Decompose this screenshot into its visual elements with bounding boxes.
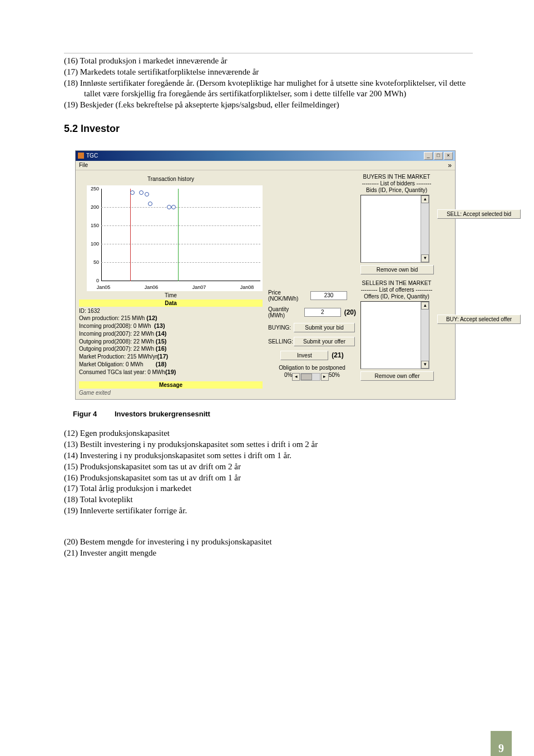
message-text: Game exited [79, 390, 263, 396]
scroll-up-icon[interactable]: ▴ [421, 302, 429, 310]
item-num: (21) [64, 548, 78, 557]
sellers-sub1: --------- List of offerers --------- [360, 287, 433, 293]
message-header: Message [79, 381, 263, 389]
figure-caption: Figur 4 Investors brukergrensesnitt [73, 410, 473, 418]
item-text: Invester angitt mengde [80, 548, 156, 557]
qty-input[interactable] [304, 308, 341, 317]
chart-point [145, 192, 149, 197]
lower-numbered-list-2: (20) Bestem mengde for investering i ny … [64, 537, 473, 559]
vmarker-red [130, 189, 131, 281]
scroll-down-icon[interactable]: ▾ [421, 254, 429, 262]
scroll-down-icon[interactable]: ▾ [421, 361, 429, 369]
slider-right-icon[interactable]: ▸ [321, 373, 329, 381]
figure-number: Figur 4 [73, 410, 97, 418]
menu-bar: File » [76, 161, 455, 170]
minimize-button[interactable]: _ [424, 152, 433, 160]
chart-point [171, 205, 176, 209]
buyers-listbox[interactable]: ▴ ▾ [360, 195, 429, 263]
ytick: 0 [87, 278, 99, 283]
item-num: (18) [64, 78, 78, 87]
xtick: Jan08 [236, 284, 258, 290]
data-row: ID: 1632 [79, 308, 263, 315]
slider-left-icon[interactable]: ◂ [292, 373, 300, 381]
app-window: TGC _ □ × File » Transaction history Pri… [75, 150, 456, 400]
item-text: Innløste sertifikater foregående år. (De… [80, 78, 466, 99]
callout: (16) [156, 345, 167, 352]
item-text: Produksjonskapasitet som tas ut av drift… [80, 462, 241, 471]
item-text: Bestilt investering i ny produksjonskapa… [80, 440, 318, 449]
item-num: (13) [64, 440, 78, 449]
item-text: Total årlig produksjon i markedet [80, 484, 191, 493]
buyers-sub2: Bids (ID, Price, Quantity) [360, 187, 433, 194]
sellers-title: SELLERS IN THE MARKET [360, 280, 433, 287]
data-row: Outgoing prod(2008): 22 MWh [79, 338, 154, 345]
upper-numbered-list: (16) Total produksjon i markedet innevær… [64, 56, 473, 111]
buy-accept-button[interactable]: BUY: Accept selected offer [437, 315, 521, 324]
item-num: (16) [64, 56, 78, 65]
selling-label: SELLING: [268, 338, 294, 345]
maximize-button[interactable]: □ [434, 152, 443, 160]
ytick: 200 [87, 204, 99, 210]
data-row: Market Production: 215 MWh/yr [79, 354, 157, 360]
item-text: Produksjonskapasitet som tas ut av drift… [80, 473, 241, 482]
xtick: Jan07 [188, 284, 210, 290]
data-row: Consumed TGCs last year: 0 MWh [79, 369, 165, 375]
submit-offer-button[interactable]: Submit your offer [294, 337, 355, 346]
submit-bid-button[interactable]: Submit your bid [294, 323, 355, 332]
obligation-slider[interactable]: ◂ ▸ [292, 373, 329, 381]
vmarker-green [178, 189, 179, 281]
chart-point [130, 190, 135, 195]
item-num: (20) [64, 537, 78, 546]
item-text: Egen produksjonskapasitet [80, 429, 170, 438]
scrollbar[interactable]: ▴ ▾ [421, 302, 429, 369]
menu-file[interactable]: File [79, 162, 88, 168]
data-row: Own production: 215 MWh [79, 315, 145, 321]
data-header: Data [79, 300, 263, 307]
item-num: (17) [64, 484, 78, 493]
pct-0: 0% [284, 372, 292, 382]
item-num: (15) [64, 462, 78, 471]
page-number-badge: 9 [491, 731, 512, 756]
sellers-sub2: Offers (ID, Price, Quantity) [360, 293, 433, 300]
item-text: Beskjeder (f.eks bekreftelse på aksepter… [80, 100, 339, 109]
chart-point [167, 205, 171, 209]
chart-xlabel: Time [79, 292, 263, 298]
sell-accept-button[interactable]: SELL: Accept selected bid [437, 209, 521, 219]
callout: (19) [165, 369, 176, 375]
app-icon [78, 153, 84, 159]
close-button[interactable]: × [444, 152, 453, 160]
scroll-up-icon[interactable]: ▴ [421, 195, 429, 203]
ytick: 100 [87, 241, 99, 247]
callout: (12) [146, 315, 157, 321]
item-text: Total produksjon i markedet inneværende … [80, 56, 227, 65]
item-num: (17) [64, 67, 78, 76]
data-row: Outgoing prod(2007): 22 MWh [79, 346, 154, 352]
ytick: 250 [87, 186, 99, 192]
data-row: Market Obligation: 0 MWh [79, 361, 144, 367]
remove-own-offer-button[interactable]: Remove own offer [360, 371, 434, 381]
price-label: Price (NOK/MWh) [268, 289, 310, 302]
ytick: 150 [87, 223, 99, 228]
callout: (20) [344, 308, 356, 316]
remove-own-bid-button[interactable]: Remove own bid [360, 265, 434, 274]
invest-button[interactable]: Invest [280, 351, 328, 360]
xtick: Jan06 [140, 284, 162, 290]
chart-area: 0 50 100 150 200 250 Jan05 Jan06 Jan07 [87, 185, 263, 291]
ytick: 50 [87, 259, 99, 265]
chart-point [139, 190, 144, 195]
item-num: (19) [64, 100, 78, 109]
top-rule [64, 53, 473, 53]
item-num: (14) [64, 451, 78, 460]
price-input[interactable] [310, 291, 347, 300]
callout: (15) [156, 338, 167, 345]
scrollbar[interactable]: ▴ ▾ [421, 195, 429, 262]
chart-title: Transaction history [79, 176, 263, 182]
callout: (21) [332, 351, 343, 359]
callout: (17) [157, 353, 169, 360]
item-num: (18) [64, 495, 78, 504]
buyers-title: BUYERS IN THE MARKET [360, 174, 433, 180]
menu-chevron-icon[interactable]: » [448, 161, 452, 169]
pct-50: 50% [329, 372, 340, 382]
sellers-listbox[interactable]: ▴ ▾ [360, 301, 429, 369]
data-row: Incoming prod(2007): 22 MWh [79, 331, 154, 337]
